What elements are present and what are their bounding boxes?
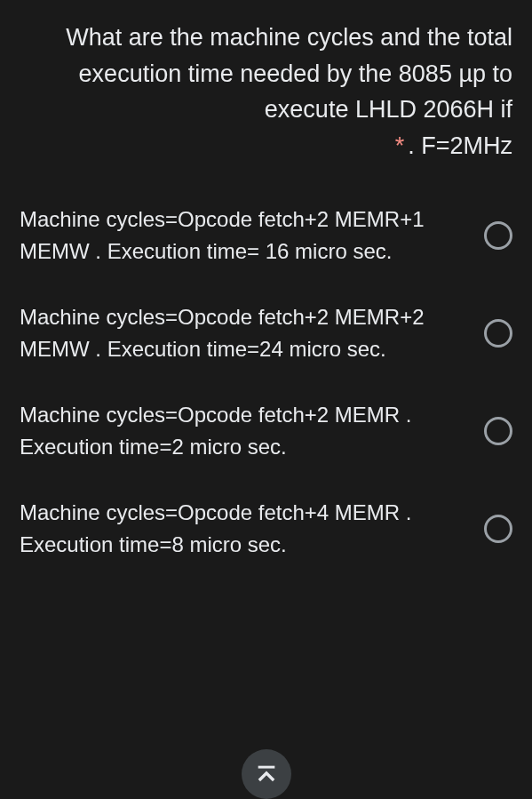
- question-text: What are the machine cycles and the tota…: [20, 20, 512, 164]
- question-main: What are the machine cycles and the tota…: [20, 20, 512, 128]
- option-label: Machine cycles=Opcode fetch+4 MEMR . Exe…: [20, 497, 484, 561]
- option-row[interactable]: Machine cycles=Opcode fetch+2 MEMR . Exe…: [20, 399, 512, 463]
- options-list: Machine cycles=Opcode fetch+2 MEMR+1 MEM…: [20, 204, 512, 561]
- option-row[interactable]: Machine cycles=Opcode fetch+2 MEMR+2 MEM…: [20, 301, 512, 365]
- question-suffix: *. F=2MHz: [20, 128, 512, 164]
- radio-icon[interactable]: [484, 417, 512, 445]
- svg-rect-0: [258, 766, 274, 769]
- radio-icon[interactable]: [484, 515, 512, 543]
- collapse-button[interactable]: [242, 749, 291, 799]
- required-star: *: [395, 132, 405, 159]
- option-label: Machine cycles=Opcode fetch+2 MEMR+1 MEM…: [20, 204, 484, 268]
- question-suffix-text: . F=2MHz: [408, 132, 512, 159]
- radio-icon[interactable]: [484, 319, 512, 348]
- radio-icon[interactable]: [484, 221, 512, 250]
- option-row[interactable]: Machine cycles=Opcode fetch+2 MEMR+1 MEM…: [20, 204, 512, 268]
- option-label: Machine cycles=Opcode fetch+2 MEMR+2 MEM…: [20, 301, 484, 365]
- option-row[interactable]: Machine cycles=Opcode fetch+4 MEMR . Exe…: [20, 497, 512, 561]
- question-block: What are the machine cycles and the tota…: [20, 20, 512, 164]
- option-label: Machine cycles=Opcode fetch+2 MEMR . Exe…: [20, 399, 484, 463]
- chevron-up-bar-icon: [254, 762, 279, 787]
